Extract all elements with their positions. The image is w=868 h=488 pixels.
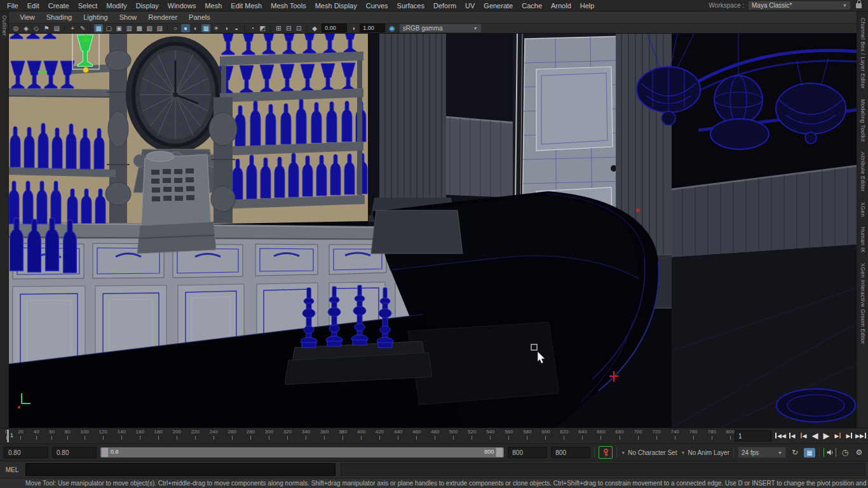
range-end-handle[interactable] (496, 447, 503, 458)
isolate-select-icon[interactable]: ◩ (258, 24, 267, 32)
ao-icon[interactable]: ◒ (232, 24, 241, 32)
timeline-tick[interactable]: 160 (136, 429, 144, 443)
menu-item[interactable]: Edit Mesh (226, 1, 266, 10)
tab-outliner[interactable]: Outliner (1, 15, 8, 36)
2d-pan-zoom-icon[interactable]: + (68, 24, 77, 32)
menu-item[interactable]: Display (132, 1, 163, 10)
range-start-handle[interactable] (101, 447, 109, 458)
timeline-tick[interactable]: 580 (523, 429, 531, 443)
select-camera-icon[interactable]: ◎ (11, 24, 20, 32)
timeline-tick[interactable]: 760 (689, 429, 697, 443)
paste-view-icon[interactable]: ⊟ (284, 24, 293, 32)
character-set-menu[interactable]: ▼ No Character Set (621, 449, 677, 456)
viewport-canvas[interactable] (9, 34, 857, 428)
timeline-tick[interactable]: 780 (708, 429, 716, 443)
right-panel-tab[interactable]: XGen Interactive Groom Editor (860, 263, 866, 344)
timeline-tick[interactable]: 740 (670, 429, 679, 443)
range-slider[interactable]: 0.8 800 (100, 447, 504, 458)
menu-item[interactable]: Mesh Tools (266, 1, 310, 10)
timeline-tick[interactable]: 280 (247, 429, 255, 443)
film-gate-icon[interactable]: ▢ (104, 24, 113, 32)
timeline-tick[interactable]: 320 (283, 429, 292, 443)
step-forward-frame-button[interactable]: ▶ (844, 430, 855, 441)
timeline-tick[interactable]: 360 (320, 429, 329, 443)
lock-icon[interactable] (856, 3, 862, 8)
timeline-tick[interactable]: 640 (578, 429, 587, 443)
timeline-tick[interactable]: 700 (634, 429, 642, 443)
snapshot-icon[interactable]: ⊡ (294, 24, 303, 32)
menu-item[interactable]: Windows (163, 1, 201, 10)
menu-item[interactable]: Edit (23, 1, 44, 10)
right-panel-tab[interactable]: Human IK (860, 227, 866, 253)
timeline-tick[interactable]: 180 (154, 429, 163, 443)
right-panel-tab[interactable]: Attribute Editor (860, 152, 866, 192)
timeline-tick[interactable]: 80 (65, 429, 71, 443)
timeline-tick[interactable]: 480 (431, 429, 439, 443)
wireframe-icon[interactable]: ○ (171, 24, 180, 32)
mute-audio-toggle[interactable] (824, 448, 836, 457)
lock-camera-icon[interactable]: ◈ (22, 24, 31, 32)
current-frame-field[interactable]: 1 (735, 430, 771, 442)
menu-item[interactable]: Cache (517, 1, 546, 10)
menu-item[interactable]: Surfaces (393, 1, 429, 10)
animation-preferences-icon[interactable]: ⚙ (854, 448, 864, 457)
bookmark-manager-icon[interactable]: ▦ (804, 448, 815, 458)
timeline-tick[interactable]: 720 (652, 429, 660, 443)
time-slider[interactable]: 0204060801001201401601802002202402602803… (0, 428, 868, 444)
loop-playback-icon[interactable]: ↻ (790, 448, 800, 457)
playback-end-field[interactable]: 800 (508, 447, 547, 458)
go-to-start-button[interactable]: ◀◀ (775, 430, 786, 441)
grid-icon[interactable]: ▦ (94, 24, 103, 32)
camera-attributes-icon[interactable]: ◇ (32, 24, 41, 32)
step-back-frame-button[interactable]: ◀ (787, 430, 797, 441)
menu-item[interactable]: UV (461, 1, 479, 10)
safe-action-icon[interactable]: ▧ (145, 24, 154, 32)
animation-end-field[interactable]: 800 (551, 447, 590, 458)
play-forwards-button[interactable]: ▶ (821, 430, 832, 441)
gate-mask-icon[interactable]: ▥ (125, 24, 133, 32)
timeline-tick[interactable]: 20 (18, 429, 24, 443)
timeline-tick[interactable]: 260 (228, 429, 236, 443)
fps-select[interactable]: 24 fps ▼ (738, 447, 786, 458)
workspace-select[interactable]: Maya Classic* ▼ (748, 1, 851, 10)
step-back-key-button[interactable]: ◀ (798, 430, 809, 441)
menu-item[interactable]: Create (44, 1, 74, 10)
timeline-tick[interactable]: 240 (210, 429, 218, 443)
copy-view-icon[interactable]: ⊞ (274, 24, 283, 32)
xray-icon[interactable]: ◔ (248, 24, 257, 32)
timeline-tick[interactable]: 200 (173, 429, 181, 443)
timeline-tick[interactable]: 140 (118, 429, 126, 443)
timeline-tick[interactable]: 560 (505, 429, 513, 443)
field-chart-icon[interactable]: ▩ (135, 24, 144, 32)
menu-item[interactable]: File (3, 1, 23, 10)
timeline-tick[interactable]: 540 (486, 429, 494, 443)
command-language-switch[interactable]: MEL (0, 461, 24, 478)
menu-item[interactable]: Help (576, 1, 599, 10)
go-to-end-button[interactable]: ▶▶ (855, 430, 866, 441)
animation-start-field[interactable]: 0.80 (4, 447, 48, 458)
timeline-tick[interactable]: 420 (376, 429, 384, 443)
grease-pencil-icon[interactable]: ✎ (78, 24, 87, 32)
timeline-tick[interactable]: 40 (34, 429, 39, 443)
menu-item[interactable]: Select (74, 1, 102, 10)
textured-icon[interactable]: ◐ (191, 24, 200, 32)
panel-menu-item[interactable]: Lighting (78, 13, 114, 22)
menu-item[interactable]: Arnold (546, 1, 576, 10)
gamma-field[interactable]: 1.00 (360, 24, 385, 32)
play-backwards-button[interactable]: ◀ (810, 430, 820, 441)
timeline-tick[interactable]: 440 (394, 429, 402, 443)
panel-menu-item[interactable]: Panels (183, 13, 216, 22)
timeline-tick[interactable]: 500 (449, 429, 458, 443)
timeline-tick[interactable]: 100 (80, 429, 88, 443)
timeline-tick[interactable]: 520 (468, 429, 476, 443)
timeline-tick[interactable]: 620 (560, 429, 568, 443)
panel-menu-item[interactable]: View (14, 13, 41, 22)
step-forward-key-button[interactable]: ▶ (832, 430, 843, 441)
exposure-field[interactable]: 0.00 (322, 24, 347, 32)
safe-title-icon[interactable]: ▨ (155, 24, 164, 32)
timeline-tick[interactable]: 800 (726, 429, 735, 443)
image-plane-icon[interactable]: ▤ (52, 24, 61, 32)
panel-menu-item[interactable]: Shading (41, 13, 78, 22)
timeline-tick[interactable]: 60 (49, 429, 55, 443)
checkered-icon[interactable]: ▦ (201, 24, 210, 32)
